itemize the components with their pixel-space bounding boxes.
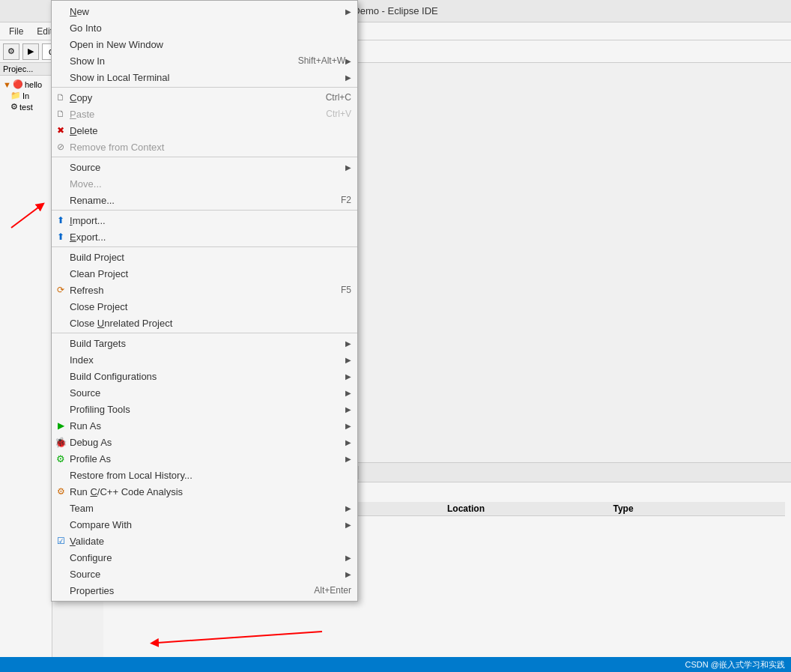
explorer-title: Projec... <box>3 64 33 73</box>
menu-item-copy[interactable]: 🗋 Copy Ctrl+C <box>52 89 357 106</box>
main-layout: Projec... ▼ 🔴 hello 📁 In ⚙ test <box>0 63 791 672</box>
menu-item-debug-as[interactable]: 🐞 Debug As ▶ <box>52 434 357 450</box>
menu-file[interactable]: File <box>3 25 29 38</box>
menu-item-source2[interactable]: Source ▶ <box>52 384 357 401</box>
annotation-arrow-top <box>4 183 49 243</box>
menu-item-export[interactable]: ⬆ Export... <box>52 228 357 245</box>
menu-item-refresh[interactable]: ⟳ Refresh F5 <box>52 282 357 298</box>
menu-item-validate[interactable]: ☑ Validate <box>52 533 357 549</box>
menu-item-go-into[interactable]: Go Into <box>52 19 357 36</box>
delete-icon: ✖ <box>55 124 67 136</box>
run-as-icon: ▶ <box>55 420 67 432</box>
menu-item-show-local-terminal[interactable]: Show in Local Terminal ▶ <box>52 69 357 85</box>
menu-item-remove-context: ⊘ Remove from Context <box>52 139 357 155</box>
menu-item-close-unrelated[interactable]: Close Unrelated Project <box>52 315 357 331</box>
menu-item-properties[interactable]: Properties Alt+Enter <box>52 582 357 599</box>
menu-item-rename[interactable]: Rename... F2 <box>52 192 357 208</box>
tree-item-test[interactable]: ⚙ test <box>1 101 50 112</box>
menu-item-profile-as[interactable]: ⚙ Profile As ▶ <box>52 450 357 467</box>
left-panel: Projec... ▼ 🔴 hello 📁 In ⚙ test <box>0 63 52 672</box>
explorer-header: Projec... <box>0 63 52 76</box>
validate-icon: ☑ <box>55 535 67 547</box>
menu-item-run-analysis[interactable]: ⚙ Run C/C++ Code Analysis <box>52 483 357 500</box>
menu-item-delete[interactable]: ✖ Delete <box>52 122 357 139</box>
export-icon: ⬆ <box>55 231 67 243</box>
menu-item-compare-with[interactable]: Compare With ▶ <box>52 516 357 533</box>
menu-item-configure[interactable]: Configure ▶ <box>52 549 357 566</box>
col-location: Location <box>447 503 613 514</box>
menu-item-build-configurations[interactable]: Build Configurations ▶ <box>52 368 357 384</box>
status-text: CSDN @嵌入式学习和实践 <box>685 659 785 671</box>
menu-item-build-project[interactable]: Build Project <box>52 249 357 265</box>
menu-item-team[interactable]: Team ▶ <box>52 500 357 516</box>
menu-item-paste: 🗋 Paste Ctrl+V <box>52 106 357 122</box>
divider-4 <box>52 246 357 247</box>
menu-item-show-in[interactable]: Show In Shift+Alt+W ▶ <box>52 52 357 69</box>
menu-item-profiling-tools[interactable]: Profiling Tools ▶ <box>52 401 357 417</box>
menu-item-source3[interactable]: Source ▶ <box>52 566 357 582</box>
remove-context-icon: ⊘ <box>55 141 67 153</box>
debug-as-icon: 🐞 <box>55 436 67 448</box>
toolbar-button-1[interactable]: ⚙ <box>3 43 19 60</box>
menu-item-open-new-window[interactable]: Open in New Window <box>52 36 357 52</box>
paste-icon: 🗋 <box>55 108 67 120</box>
menu-item-new[interactable]: New ▶ <box>52 3 357 19</box>
toolbar-button-2[interactable]: ▶ <box>22 43 39 60</box>
import-icon: ⬆ <box>55 214 67 226</box>
divider-1 <box>52 87 357 88</box>
menu-item-build-targets[interactable]: Build Targets ▶ <box>52 335 357 351</box>
refresh-icon: ⟳ <box>55 284 67 296</box>
divider-5 <box>52 333 357 333</box>
divider-3 <box>52 210 357 211</box>
menu-item-index[interactable]: Index ▶ <box>52 351 357 368</box>
profile-as-icon: ⚙ <box>55 452 67 464</box>
status-bar: CSDN @嵌入式学习和实践 <box>0 657 791 672</box>
menu-item-clean-project[interactable]: Clean Project <box>52 265 357 282</box>
menu-item-run-as[interactable]: ▶ Run As ▶ <box>52 417 357 434</box>
divider-2 <box>52 157 357 157</box>
context-menu: New ▶ Go Into Open in New Window Show In… <box>51 0 358 602</box>
tree-item-hello[interactable]: ▼ 🔴 hello <box>1 79 50 90</box>
tree-item-in[interactable]: 📁 In <box>1 90 50 101</box>
menu-item-move: Move... <box>52 175 357 192</box>
col-type: Type <box>613 503 780 514</box>
project-tree: ▼ 🔴 hello 📁 In ⚙ test <box>0 76 52 115</box>
code-analysis-icon: ⚙ <box>55 485 67 497</box>
menu-item-close-project[interactable]: Close Project <box>52 298 357 315</box>
copy-icon: 🗋 <box>55 91 67 103</box>
menu-item-import[interactable]: ⬆ Import... <box>52 212 357 228</box>
title-text: Demo - Eclipse IDE <box>353 5 437 16</box>
menu-item-source[interactable]: Source ▶ <box>52 159 357 175</box>
menu-item-restore-history[interactable]: Restore from Local History... <box>52 467 357 483</box>
